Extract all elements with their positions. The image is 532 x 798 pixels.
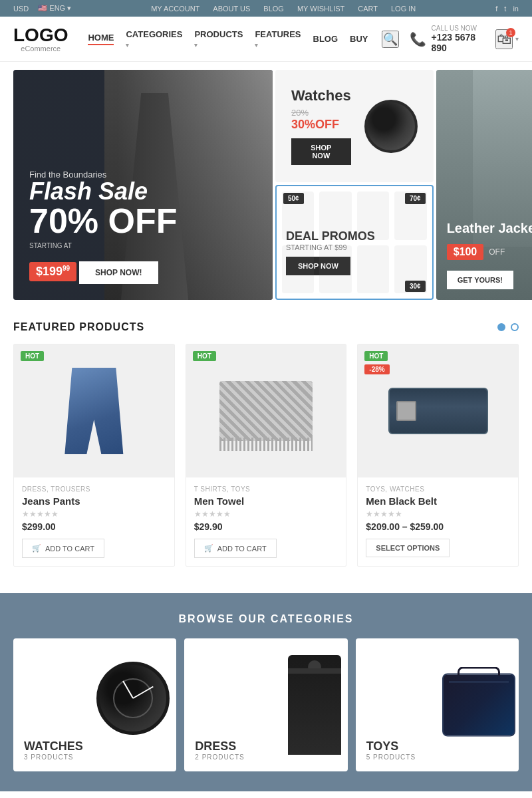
call-label: CALL US NOW bbox=[432, 25, 485, 32]
products-grid: HOT DRESS, TROUSERS Jeans Pants ★★★★★ $2… bbox=[13, 344, 519, 567]
product-price: $299.00 bbox=[22, 521, 166, 532]
product-rating: ★★★★★ bbox=[366, 509, 510, 519]
top-bar-left: USD 🇺🇸 ENG ▾ bbox=[13, 4, 71, 13]
product-categories: DRESS, TROUSERS bbox=[22, 485, 166, 493]
hero-shop-now-button[interactable]: SHOP NOW! bbox=[79, 261, 158, 284]
social-links: f t in bbox=[495, 5, 519, 13]
cart-link-top[interactable]: CART bbox=[358, 5, 378, 13]
add-to-cart-button[interactable]: 🛒 ADD TO CART bbox=[194, 539, 277, 558]
product-card: HOT DRESS, TROUSERS Jeans Pants ★★★★★ $2… bbox=[13, 344, 175, 567]
product-image-area: HOT bbox=[186, 344, 346, 477]
product-categories: T SHIRTS, TOYS bbox=[194, 485, 338, 493]
top-bar: USD 🇺🇸 ENG ▾ MY ACCOUNT ABOUT US BLOG MY… bbox=[0, 0, 532, 17]
watches-new-price: 30%OFF bbox=[291, 118, 339, 131]
category-card-toys[interactable]: TOYS 5 PRODUCTS bbox=[356, 638, 519, 771]
category-info: TOYS 5 PRODUCTS bbox=[356, 729, 519, 771]
logo-text: LOGO bbox=[13, 26, 68, 45]
login-link[interactable]: LOG IN bbox=[391, 5, 416, 13]
carousel-dot-1[interactable] bbox=[497, 323, 505, 331]
featured-products-section: FEATURED PRODUCTS HOT DRESS, TROUSERS Je… bbox=[0, 308, 532, 580]
about-us-link[interactable]: ABOUT US bbox=[213, 5, 250, 13]
towel-product-img bbox=[219, 381, 313, 441]
cart-icon: 🛒 bbox=[204, 544, 213, 553]
watches-old-price: 20% bbox=[291, 108, 309, 118]
category-card-watches[interactable]: WATCHES 3 PRODUCTS bbox=[13, 638, 176, 771]
twitter-icon[interactable]: t bbox=[504, 5, 506, 13]
product-info: TOYS, WATCHES Men Black Belt ★★★★★ $209.… bbox=[358, 477, 518, 565]
phone-icon: 📞 bbox=[410, 31, 426, 47]
cart-dropdown-arrow[interactable]: ▾ bbox=[515, 35, 519, 43]
watches-product-img bbox=[364, 100, 418, 153]
deal-badge-2: 70¢ bbox=[405, 193, 426, 204]
nav-home[interactable]: HOME bbox=[88, 33, 114, 45]
hero-starting-text: STARTING AT bbox=[29, 242, 178, 249]
cart-badge: 1 bbox=[506, 28, 515, 37]
header-right: 🔍 📞 CALL US NOW +123 5678 890 🛍 1 ▾ bbox=[382, 25, 519, 53]
jeans-product-img bbox=[57, 368, 130, 454]
hot-badge: HOT bbox=[364, 351, 388, 361]
blog-link-top[interactable]: BLOG bbox=[263, 5, 284, 13]
select-options-button[interactable]: SELECT OPTIONS bbox=[366, 539, 450, 557]
hero-percent-text: 70% OFF bbox=[29, 203, 178, 238]
product-name: Men Towel bbox=[194, 495, 338, 507]
nav-products[interactable]: PRODUCTS ▾ bbox=[194, 29, 243, 49]
product-card: HOT T SHIRTS, TOYS Men Towel ★★★★★ $29.9… bbox=[186, 344, 347, 567]
categories-title: BROWSE OUR CATEGORIES bbox=[13, 613, 519, 625]
wishlist-link[interactable]: MY WISHLIST bbox=[297, 5, 344, 13]
product-info: DRESS, TROUSERS Jeans Pants ★★★★★ $299.0… bbox=[14, 477, 174, 566]
nav-features[interactable]: FEATURES ▾ bbox=[255, 29, 301, 49]
watches-banner: Watches 20% 30%OFF SHOP NOW bbox=[275, 70, 434, 182]
hero-side-banners: Watches 20% 30%OFF SHOP NOW 50¢ 70¢ bbox=[275, 70, 434, 300]
nav-blog[interactable]: BLOG bbox=[313, 34, 338, 44]
product-rating: ★★★★★ bbox=[22, 509, 166, 519]
carousel-dot-2[interactable] bbox=[511, 323, 519, 331]
watches-title: Watches bbox=[291, 87, 351, 104]
leather-off: OFF bbox=[489, 247, 505, 257]
product-image-area: HOT bbox=[14, 344, 174, 477]
currency-selector[interactable]: USD bbox=[13, 5, 29, 13]
product-info: T SHIRTS, TOYS Men Towel ★★★★★ $29.90 🛒 … bbox=[186, 477, 346, 566]
facebook-icon[interactable]: f bbox=[495, 5, 497, 13]
category-info: WATCHES 3 PRODUCTS bbox=[13, 729, 176, 771]
cart-button[interactable]: 🛍 1 bbox=[495, 29, 513, 49]
main-navigation: HOME CATEGORIES ▾ PRODUCTS ▾ FEATURES ▾ … bbox=[88, 29, 368, 49]
leather-title: Leather Jackets bbox=[447, 220, 532, 236]
product-price: $209.00 – $259.00 bbox=[366, 521, 510, 532]
hero-main-banner: Find the Boundaries Flash Sale 70% OFF S… bbox=[13, 70, 273, 300]
leather-get-button[interactable]: GET YOURS! bbox=[447, 271, 513, 289]
leather-content: Leather Jackets $100 OFF GET YOURS! bbox=[447, 220, 532, 289]
product-name: Jeans Pants bbox=[22, 495, 166, 507]
section-header: FEATURED PRODUCTS bbox=[13, 321, 519, 333]
category-name: DRESS bbox=[195, 739, 336, 753]
toys-category-img bbox=[442, 674, 515, 737]
add-to-cart-button[interactable]: 🛒 ADD TO CART bbox=[22, 539, 104, 558]
deal-banner: 50¢ 70¢ DEAL PROMOS STARTING AT $99 SHOP… bbox=[275, 185, 434, 300]
carousel-controls bbox=[497, 323, 519, 331]
hot-badge: HOT bbox=[193, 351, 216, 361]
category-count: 5 PRODUCTS bbox=[366, 753, 508, 761]
category-info: DRESS 2 PRODUCTS bbox=[184, 729, 347, 771]
featured-title: FEATURED PRODUCTS bbox=[13, 321, 144, 333]
category-card-dress[interactable]: DRESS 2 PRODUCTS bbox=[184, 638, 347, 771]
instagram-icon[interactable]: in bbox=[513, 5, 519, 13]
nav-categories[interactable]: CATEGORIES ▾ bbox=[126, 29, 182, 49]
category-name: TOYS bbox=[366, 739, 508, 753]
my-account-link[interactable]: MY ACCOUNT bbox=[151, 5, 200, 13]
hero-flash-text: Flash Sale bbox=[29, 180, 178, 203]
deal-badge-1: 50¢ bbox=[283, 193, 304, 204]
language-selector[interactable]: 🇺🇸 ENG ▾ bbox=[38, 4, 71, 13]
product-rating: ★★★★★ bbox=[194, 509, 338, 519]
product-name: Men Black Belt bbox=[366, 495, 510, 507]
logo[interactable]: LOGO eCommerce bbox=[13, 26, 68, 53]
category-count: 2 PRODUCTS bbox=[195, 753, 336, 761]
watches-shop-button[interactable]: SHOP NOW bbox=[291, 138, 351, 165]
nav-buy[interactable]: BUY bbox=[350, 34, 368, 44]
logo-subtitle: eCommerce bbox=[13, 45, 68, 53]
browse-categories-section: BROWSE OUR CATEGORIES WATCHES 3 PRODUCTS bbox=[0, 593, 532, 791]
top-bar-center: MY ACCOUNT ABOUT US BLOG MY WISHLIST CAR… bbox=[151, 5, 416, 13]
search-button[interactable]: 🔍 bbox=[382, 31, 399, 48]
hero-main-content: Find the Boundaries Flash Sale 70% OFF S… bbox=[29, 170, 178, 284]
hot-badge: HOT bbox=[21, 351, 44, 361]
product-card: HOT -28% TOYS, WATCHES Men Black Belt ★★… bbox=[357, 344, 519, 567]
category-name: WATCHES bbox=[24, 739, 166, 753]
